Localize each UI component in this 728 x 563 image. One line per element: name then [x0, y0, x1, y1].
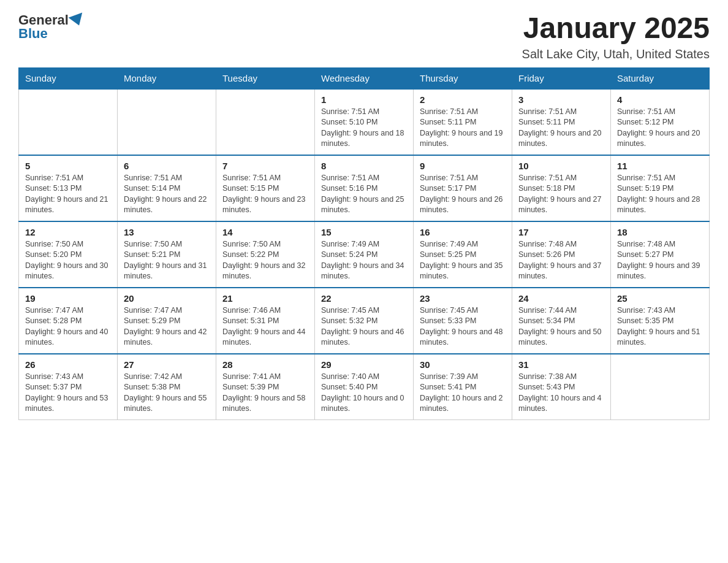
calendar-cell: 21Sunrise: 7:46 AMSunset: 5:31 PMDayligh…: [216, 288, 315, 354]
calendar-cell: 15Sunrise: 7:49 AMSunset: 5:24 PMDayligh…: [315, 221, 414, 288]
day-info: Sunrise: 7:42 AMSunset: 5:38 PMDaylight:…: [124, 372, 210, 415]
day-info: Sunrise: 7:51 AMSunset: 5:16 PMDaylight:…: [321, 173, 407, 216]
day-info: Sunrise: 7:51 AMSunset: 5:12 PMDaylight:…: [617, 107, 703, 150]
day-info: Sunrise: 7:51 AMSunset: 5:13 PMDaylight:…: [25, 173, 111, 216]
calendar-cell: 27Sunrise: 7:42 AMSunset: 5:38 PMDayligh…: [118, 354, 216, 420]
day-number: 30: [420, 359, 506, 370]
day-info: Sunrise: 7:48 AMSunset: 5:26 PMDaylight:…: [518, 239, 604, 282]
day-info: Sunrise: 7:51 AMSunset: 5:18 PMDaylight:…: [518, 173, 604, 216]
calendar-cell: 10Sunrise: 7:51 AMSunset: 5:18 PMDayligh…: [512, 155, 611, 221]
calendar-cell: 22Sunrise: 7:45 AMSunset: 5:32 PMDayligh…: [315, 288, 414, 354]
week-row-2: 5Sunrise: 7:51 AMSunset: 5:13 PMDaylight…: [19, 155, 710, 221]
week-row-5: 26Sunrise: 7:43 AMSunset: 5:37 PMDayligh…: [19, 354, 710, 420]
day-number: 20: [124, 293, 210, 304]
calendar-cell: 4Sunrise: 7:51 AMSunset: 5:12 PMDaylight…: [611, 89, 710, 155]
calendar-cell: 18Sunrise: 7:48 AMSunset: 5:27 PMDayligh…: [611, 221, 710, 288]
day-info: Sunrise: 7:51 AMSunset: 5:11 PMDaylight:…: [420, 107, 506, 150]
day-info: Sunrise: 7:45 AMSunset: 5:33 PMDaylight:…: [420, 305, 506, 348]
day-number: 14: [222, 227, 308, 237]
day-info: Sunrise: 7:50 AMSunset: 5:22 PMDaylight:…: [222, 239, 308, 282]
day-number: 5: [25, 161, 111, 171]
day-number: 18: [617, 227, 703, 237]
calendar-cell: 9Sunrise: 7:51 AMSunset: 5:17 PMDaylight…: [414, 155, 512, 221]
day-number: 16: [420, 227, 506, 237]
calendar-cell: 1Sunrise: 7:51 AMSunset: 5:10 PMDaylight…: [315, 89, 414, 155]
calendar-cell: 30Sunrise: 7:39 AMSunset: 5:41 PMDayligh…: [414, 354, 512, 420]
location-title: Salt Lake City, Utah, United States: [522, 47, 710, 61]
calendar-cell: 19Sunrise: 7:47 AMSunset: 5:28 PMDayligh…: [19, 288, 118, 354]
calendar-cell: 24Sunrise: 7:44 AMSunset: 5:34 PMDayligh…: [512, 288, 611, 354]
calendar-cell: [19, 89, 118, 155]
day-number: 7: [222, 161, 308, 171]
day-info: Sunrise: 7:50 AMSunset: 5:20 PMDaylight:…: [25, 239, 111, 282]
day-number: 4: [617, 94, 703, 105]
day-info: Sunrise: 7:49 AMSunset: 5:24 PMDaylight:…: [321, 239, 407, 282]
day-info: Sunrise: 7:43 AMSunset: 5:37 PMDaylight:…: [25, 372, 111, 415]
calendar-table: SundayMondayTuesdayWednesdayThursdayFrid…: [18, 67, 710, 420]
day-info: Sunrise: 7:41 AMSunset: 5:39 PMDaylight:…: [222, 372, 308, 415]
day-info: Sunrise: 7:40 AMSunset: 5:40 PMDaylight:…: [321, 372, 407, 415]
day-number: 2: [420, 94, 506, 105]
calendar-cell: 25Sunrise: 7:43 AMSunset: 5:35 PMDayligh…: [611, 288, 710, 354]
calendar-cell: 23Sunrise: 7:45 AMSunset: 5:33 PMDayligh…: [414, 288, 512, 354]
day-info: Sunrise: 7:51 AMSunset: 5:19 PMDaylight:…: [617, 173, 703, 216]
calendar-cell: 17Sunrise: 7:48 AMSunset: 5:26 PMDayligh…: [512, 221, 611, 288]
day-number: 13: [124, 227, 210, 237]
month-title: January 2025: [522, 12, 710, 45]
weekday-header-row: SundayMondayTuesdayWednesdayThursdayFrid…: [19, 67, 710, 89]
weekday-header-tuesday: Tuesday: [216, 67, 315, 89]
week-row-1: 1Sunrise: 7:51 AMSunset: 5:10 PMDaylight…: [19, 89, 710, 155]
day-info: Sunrise: 7:50 AMSunset: 5:21 PMDaylight:…: [124, 239, 210, 282]
weekday-header-wednesday: Wednesday: [315, 67, 414, 89]
day-number: 24: [518, 293, 604, 304]
calendar-cell: 14Sunrise: 7:50 AMSunset: 5:22 PMDayligh…: [216, 221, 315, 288]
logo-blue-text: Blue: [18, 26, 48, 42]
day-info: Sunrise: 7:46 AMSunset: 5:31 PMDaylight:…: [222, 305, 308, 348]
day-info: Sunrise: 7:39 AMSunset: 5:41 PMDaylight:…: [420, 372, 506, 415]
calendar-cell: 28Sunrise: 7:41 AMSunset: 5:39 PMDayligh…: [216, 354, 315, 420]
day-number: 25: [617, 293, 703, 304]
day-number: 17: [518, 227, 604, 237]
weekday-header-saturday: Saturday: [611, 67, 710, 89]
day-number: 3: [518, 94, 604, 105]
logo-area: General Blue: [18, 12, 85, 42]
calendar-cell: 7Sunrise: 7:51 AMSunset: 5:15 PMDaylight…: [216, 155, 315, 221]
day-number: 10: [518, 161, 604, 171]
calendar-cell: 5Sunrise: 7:51 AMSunset: 5:13 PMDaylight…: [19, 155, 118, 221]
day-number: 22: [321, 293, 407, 304]
day-info: Sunrise: 7:47 AMSunset: 5:28 PMDaylight:…: [25, 305, 111, 348]
day-info: Sunrise: 7:47 AMSunset: 5:29 PMDaylight:…: [124, 305, 210, 348]
day-info: Sunrise: 7:51 AMSunset: 5:14 PMDaylight:…: [124, 173, 210, 216]
calendar-cell: 11Sunrise: 7:51 AMSunset: 5:19 PMDayligh…: [611, 155, 710, 221]
day-info: Sunrise: 7:51 AMSunset: 5:17 PMDaylight:…: [420, 173, 506, 216]
logo-triangle-icon: [69, 12, 86, 28]
day-number: 6: [124, 161, 210, 171]
calendar-cell: [118, 89, 216, 155]
calendar-cell: 2Sunrise: 7:51 AMSunset: 5:11 PMDaylight…: [414, 89, 512, 155]
day-info: Sunrise: 7:51 AMSunset: 5:15 PMDaylight:…: [222, 173, 308, 216]
day-number: 23: [420, 293, 506, 304]
day-number: 26: [25, 359, 111, 370]
calendar-cell: 20Sunrise: 7:47 AMSunset: 5:29 PMDayligh…: [118, 288, 216, 354]
day-number: 9: [420, 161, 506, 171]
day-number: 29: [321, 359, 407, 370]
calendar-cell: 3Sunrise: 7:51 AMSunset: 5:11 PMDaylight…: [512, 89, 611, 155]
header: General Blue January 2025 Salt Lake City…: [18, 12, 710, 61]
day-number: 11: [617, 161, 703, 171]
day-number: 27: [124, 359, 210, 370]
day-number: 19: [25, 293, 111, 304]
day-number: 1: [321, 94, 407, 105]
title-area: January 2025 Salt Lake City, Utah, Unite…: [522, 12, 710, 61]
weekday-header-friday: Friday: [512, 67, 611, 89]
weekday-header-monday: Monday: [118, 67, 216, 89]
week-row-4: 19Sunrise: 7:47 AMSunset: 5:28 PMDayligh…: [19, 288, 710, 354]
day-number: 31: [518, 359, 604, 370]
day-number: 28: [222, 359, 308, 370]
day-number: 8: [321, 161, 407, 171]
week-row-3: 12Sunrise: 7:50 AMSunset: 5:20 PMDayligh…: [19, 221, 710, 288]
day-info: Sunrise: 7:38 AMSunset: 5:43 PMDaylight:…: [518, 372, 604, 415]
day-info: Sunrise: 7:51 AMSunset: 5:10 PMDaylight:…: [321, 107, 407, 150]
day-info: Sunrise: 7:45 AMSunset: 5:32 PMDaylight:…: [321, 305, 407, 348]
calendar-cell: 6Sunrise: 7:51 AMSunset: 5:14 PMDaylight…: [118, 155, 216, 221]
day-number: 15: [321, 227, 407, 237]
